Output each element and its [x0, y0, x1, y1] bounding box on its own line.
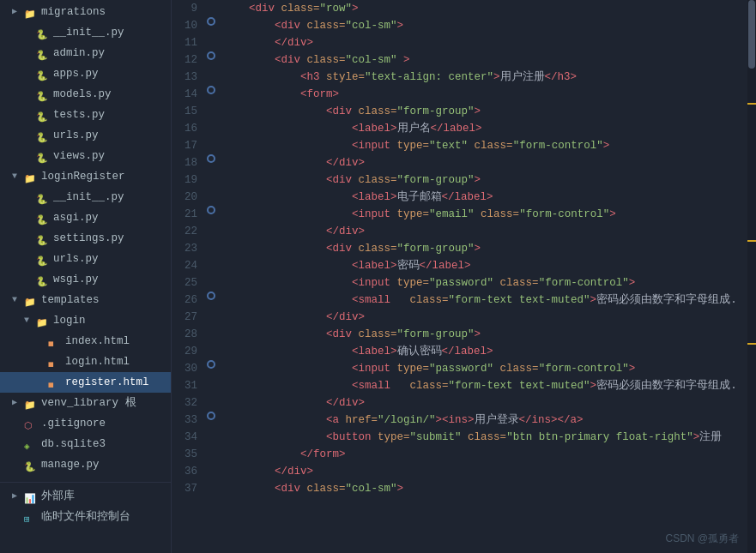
- line-num-29: 29: [172, 343, 197, 360]
- sidebar-item-index-html[interactable]: ◼ index.html: [0, 331, 171, 352]
- line-num-23: 23: [172, 240, 197, 257]
- sidebar-item-migrations[interactable]: 📁 migrations: [0, 2, 171, 22]
- sidebar-item-tests[interactable]: 🐍 tests.py: [0, 105, 171, 125]
- py-icon: 🐍: [36, 212, 50, 224]
- label-loginregister: loginRegister: [41, 168, 125, 185]
- label-templates: templates: [41, 292, 100, 309]
- py-icon: 🐍: [36, 273, 50, 286]
- line-num-13: 13: [172, 69, 197, 86]
- sidebar-item-temp-console[interactable]: ⊞ 临时文件和控制台: [0, 507, 171, 527]
- line-num-20: 20: [172, 189, 197, 206]
- sidebar-item-admin[interactable]: 🐍 admin.py: [0, 43, 171, 63]
- line-num-26: 26: [172, 292, 197, 309]
- code-line-19: <div class="form-group">: [223, 171, 747, 189]
- scroll-marker-1: [747, 103, 756, 105]
- file-tree: 📁 migrations 🐍 __init__.py 🐍 admin.py 🐍 …: [0, 0, 172, 553]
- gutter-mark-33: [207, 412, 215, 420]
- code-line-16: <label>用户名</label>: [223, 120, 747, 137]
- line-num-19: 19: [172, 171, 197, 189]
- sidebar-item-apps[interactable]: 🐍 apps.py: [0, 63, 171, 84]
- line-num-32: 32: [172, 394, 197, 412]
- sidebar-item-templates[interactable]: 📁 templates: [0, 290, 171, 310]
- sidebar-item-urls2[interactable]: 🐍 urls.py: [0, 249, 171, 269]
- label-urls2: urls.py: [53, 250, 99, 267]
- sidebar-item-asgi[interactable]: 🐍 asgi.py: [0, 207, 171, 228]
- label-index-html: index.html: [65, 333, 130, 350]
- scroll-marker-3: [747, 343, 756, 345]
- watermark: CSDN @孤勇者: [665, 532, 739, 546]
- line-num-34: 34: [172, 429, 197, 446]
- line-num-31: 31: [172, 377, 197, 394]
- label-settings: settings.py: [53, 230, 124, 247]
- code-line-15: <div class="form-group">: [223, 103, 747, 120]
- gutter-mark-21: [207, 206, 215, 214]
- arrow-login-folder: [24, 312, 36, 329]
- sidebar-item-urls1[interactable]: 🐍 urls.py: [0, 125, 171, 146]
- line-num-14: 14: [172, 86, 197, 103]
- folder-icon-ext: 📊: [24, 490, 38, 502]
- line-num-28: 28: [172, 326, 197, 343]
- line-num-11: 11: [172, 34, 197, 51]
- vertical-scrollbar[interactable]: [747, 0, 756, 553]
- sidebar-item-manage[interactable]: 🐍 manage.py: [0, 454, 171, 475]
- line-num-27: 27: [172, 309, 197, 326]
- label-migrations: migrations: [41, 3, 106, 21]
- py-icon: 🐍: [36, 88, 50, 100]
- py-icon: 🐍: [36, 253, 50, 265]
- py-icon: 🐍: [36, 129, 50, 141]
- code-line-35: </form>: [223, 446, 747, 463]
- code-line-17: <input type="text" class="form-control">: [223, 137, 747, 154]
- gutter-mark-10: [207, 17, 215, 26]
- code-line-21: <input type="email" class="form-control"…: [223, 206, 747, 223]
- code-line-12: <div class="col-sm" >: [223, 51, 747, 69]
- git-icon: ⬡: [24, 418, 38, 430]
- sidebar-item-init2[interactable]: 🐍 __init__.py: [0, 187, 171, 207]
- sidebar-item-register-html[interactable]: ◼ register.html: [0, 372, 171, 393]
- sidebar-item-views[interactable]: 🐍 views.py: [0, 146, 171, 166]
- label-asgi: asgi.py: [53, 209, 99, 226]
- py-icon: 🐍: [36, 109, 50, 121]
- code-line-37: <div class="col-sm">: [223, 480, 747, 497]
- code-line-20: <label>电子邮箱</label>: [223, 189, 747, 206]
- line-num-24: 24: [172, 257, 197, 274]
- sidebar-item-gitignore[interactable]: ⬡ .gitignore: [0, 413, 171, 434]
- html-icon: ◼: [48, 356, 62, 368]
- sidebar-item-init1[interactable]: 🐍 __init__.py: [0, 22, 171, 43]
- folder-icon-templates: 📁: [24, 294, 38, 306]
- sidebar-item-ext-libs[interactable]: 📊 外部库: [0, 486, 171, 507]
- py-icon: 🐍: [36, 191, 50, 203]
- label-wsgi: wsgi.py: [53, 271, 99, 288]
- code-line-14: <form>: [223, 86, 747, 103]
- code-line-10: <div class="col-sm">: [223, 17, 747, 34]
- console-icon: ⊞: [24, 511, 38, 523]
- py-icon: 🐍: [24, 459, 38, 471]
- py-icon: 🐍: [36, 27, 50, 39]
- scroll-thumb[interactable]: [748, 0, 755, 69]
- py-icon: 🐍: [36, 47, 50, 59]
- arrow-loginregister: [12, 168, 24, 185]
- sidebar-item-login-html[interactable]: ◼ login.html: [0, 352, 171, 372]
- gutter-mark-15: [207, 86, 215, 94]
- code-text[interactable]: <div class="row"> <div class="col-sm"> <…: [220, 0, 747, 553]
- sidebar-item-loginregister[interactable]: 📁 loginRegister: [0, 166, 171, 187]
- sidebar-item-db[interactable]: ◈ db.sqlite3: [0, 434, 171, 454]
- arrow-migrations: [12, 3, 24, 21]
- folder-icon-venv: 📁: [24, 397, 38, 409]
- code-line-18: </div>: [223, 154, 747, 171]
- code-line-28: <div class="form-group">: [223, 326, 747, 343]
- code-line-34: <button type="submit" class="btn btn-pri…: [223, 429, 747, 446]
- sidebar-item-settings[interactable]: 🐍 settings.py: [0, 228, 171, 249]
- label-gitignore: .gitignore: [41, 415, 106, 432]
- label-login-html: login.html: [65, 353, 130, 370]
- sidebar-item-models[interactable]: 🐍 models.py: [0, 84, 171, 105]
- code-line-36: </div>: [223, 463, 747, 480]
- line-num-30: 30: [172, 360, 197, 377]
- db-icon: ◈: [24, 438, 38, 450]
- sidebar-item-wsgi[interactable]: 🐍 wsgi.py: [0, 269, 171, 290]
- folder-icon-login: 📁: [36, 315, 50, 327]
- code-line-30: <input type="password" class="form-contr…: [223, 360, 747, 377]
- sidebar-item-venv[interactable]: 📁 venv_library 根: [0, 393, 171, 413]
- code-line-24: <label>密码</label>: [223, 257, 747, 274]
- sidebar-item-login-folder[interactable]: 📁 login: [0, 310, 171, 331]
- line-num-18: 18: [172, 154, 197, 171]
